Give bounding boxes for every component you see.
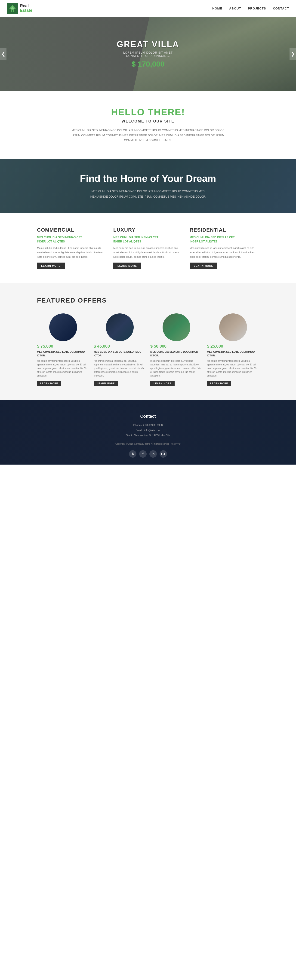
offers-grid: $ 75,000 MES CUML DIA SED LOTE DOLORMOD … [37, 313, 259, 386]
hello-subtitle: WELCOME TO OUR SITE [67, 119, 229, 123]
social-icons: 𝕏 f in G+ [7, 450, 289, 458]
hero-subtitle: LOREM IPSUM DOLOR SIT AMETCONSECTETUR AD… [117, 51, 179, 57]
learn-more-luxury[interactable]: LEARN MORE [113, 262, 141, 269]
offer-image-1 [49, 313, 77, 341]
nav-item-about[interactable]: ABOUT [229, 6, 241, 10]
offer-title-1: MES CUML DIA SED LOTE DOLORMOD ICTOR. [37, 350, 89, 357]
nav-list: HOME ABOUT PROJECTS CONTACT [212, 6, 289, 10]
footer: Contact Phone / + 80 099 39 9998 Email /… [0, 400, 296, 465]
property-type-commercial: COMMERCIAL [37, 227, 107, 233]
svg-rect-4 [12, 10, 13, 12]
logo: Real Estate [7, 3, 32, 14]
property-luxury: LUXURY MES CUML DIA SED INENIAS CETINGER… [113, 227, 183, 269]
offer-4: $ 25,000 MES CUML DIA SED LOTE DOLORMOD … [207, 313, 259, 386]
hero-prev-arrow[interactable]: ❮ [0, 48, 6, 60]
footer-studio: Studio / Moonshine St. 14/05 Lake City [7, 433, 289, 438]
dream-title: Find the Home of Your Dream [80, 173, 216, 184]
nav-link-projects[interactable]: PROJECTS [248, 7, 266, 10]
hero-title: GREAT VILLA [117, 40, 179, 49]
property-desc-residential: Mes cuml dia sed in lacus ut eniasect in… [189, 246, 259, 259]
facebook-icon[interactable]: f [139, 450, 146, 458]
offer-title-3: MES CUML DIA SED LOTE DOLORMOD ICTOR. [150, 350, 202, 357]
offer-3: $ 50,000 MES CUML DIA SED LOTE DOLORMOD … [150, 313, 202, 386]
property-highlight-luxury: MES CUML DIA SED INENIAS CETINGER LOT AL… [113, 235, 183, 243]
hello-section: HELLO THERE! WELCOME TO OUR SITE MES CUM… [0, 91, 296, 159]
offer-desc-3: His primis omnttam intellegat cu, volupt… [150, 359, 202, 378]
nav-link-contact[interactable]: CONTACT [273, 7, 289, 10]
dream-text: MES CUML DIA SED INENIASINGE DOLOR IPSUM… [83, 189, 213, 199]
footer-email: Email / info@info.com [7, 428, 289, 433]
offer-price-1: $ 75,000 [37, 344, 89, 349]
offer-price-2: $ 45,000 [94, 344, 146, 349]
hello-title: HELLO THERE! [67, 107, 229, 118]
offer-2: $ 45,000 MES CUML DIA SED LOTE DOLORMOD … [94, 313, 146, 386]
hello-inner: HELLO THERE! WELCOME TO OUR SITE MES CUM… [67, 107, 229, 143]
property-highlight-commercial: MES CUML DIA SED INENIAS CETINGER LOT AL… [37, 235, 107, 243]
footer-info: Phone / + 80 099 39 9998 Email / info@in… [7, 423, 289, 438]
nav-item-home[interactable]: HOME [212, 6, 222, 10]
nav-item-contact[interactable]: CONTACT [273, 6, 289, 10]
learn-more-offer-3[interactable]: LEARN MORE [150, 381, 175, 386]
featured-section: FEATURED OFFERS $ 75,000 MES CUML DIA SE… [0, 283, 296, 400]
dream-section: Find the Home of Your Dream MES CUML DIA… [0, 159, 296, 213]
offer-image-4 [219, 313, 247, 341]
offer-desc-4: His primis omnttam intellegat cu, volupt… [207, 359, 259, 378]
offer-1: $ 75,000 MES CUML DIA SED LOTE DOLORMOD … [37, 313, 89, 386]
hero-price: $ 170,000 [117, 60, 179, 68]
property-commercial: COMMERCIAL MES CUML DIA SED INENIAS CETI… [37, 227, 107, 269]
dream-inner: Find the Home of Your Dream MES CUML DIA… [0, 159, 296, 213]
learn-more-commercial[interactable]: LEARN MORE [37, 262, 65, 269]
nav-link-about[interactable]: ABOUT [229, 7, 241, 10]
property-type-residential: RESIDENTIAL [189, 227, 259, 233]
learn-more-offer-1[interactable]: LEARN MORE [37, 381, 61, 386]
offer-title-4: MES CUML DIA SED LOTE DOLORMOD ICTOR. [207, 350, 259, 357]
properties-section: COMMERCIAL MES CUML DIA SED INENIAS CETI… [0, 213, 296, 283]
offer-image-2 [106, 313, 134, 341]
nav-link-home[interactable]: HOME [212, 7, 222, 10]
linkedin-icon[interactable]: in [150, 450, 157, 458]
offer-desc-1: His primis omnttam intellegat cu, volupt… [37, 359, 89, 378]
offer-desc-2: His primis omnttam intellegat cu, volupt… [94, 359, 146, 378]
property-desc-commercial: Mes cuml dia sed in lacus ut eniasect in… [37, 246, 107, 259]
featured-title: FEATURED OFFERS [37, 297, 259, 304]
logo-estate: Estate [20, 8, 32, 13]
nav-item-projects[interactable]: PROJECTS [248, 6, 266, 10]
properties-grid: COMMERCIAL MES CUML DIA SED INENIAS CETI… [37, 227, 259, 269]
googleplus-icon[interactable]: G+ [159, 450, 167, 458]
learn-more-offer-4[interactable]: LEARN MORE [207, 381, 231, 386]
property-residential: RESIDENTIAL MES CUML DIA SED INENIAS CET… [189, 227, 259, 269]
logo-real: Real [20, 4, 32, 8]
learn-more-offer-2[interactable]: LEARN MORE [94, 381, 118, 386]
hello-text: MES CUML DIA SED INENIASINGE DOLOR IPSUM… [67, 128, 229, 143]
header: Real Estate HOME ABOUT PROJECTS CONTACT [0, 0, 296, 17]
hero-next-arrow[interactable]: ❯ [290, 48, 296, 60]
featured-inner: FEATURED OFFERS $ 75,000 MES CUML DIA SE… [37, 297, 259, 386]
twitter-icon[interactable]: 𝕏 [129, 450, 137, 458]
footer-phone: Phone / + 80 099 39 9998 [7, 423, 289, 428]
footer-copyright: Copyright © 2016 Company name All rights… [7, 442, 289, 445]
property-desc-luxury: Mes cuml dia sed in lacus ut eniasect in… [113, 246, 183, 259]
property-highlight-residential: MES CUML DIA SED INENIAS CETINGER LOT AL… [189, 235, 259, 243]
learn-more-residential[interactable]: LEARN MORE [189, 262, 217, 269]
property-type-luxury: LUXURY [113, 227, 183, 233]
hero-section: GREAT VILLA LOREM IPSUM DOLOR SIT AMETCO… [0, 17, 296, 91]
logo-text: Real Estate [20, 4, 32, 13]
hero-content: GREAT VILLA LOREM IPSUM DOLOR SIT AMETCO… [117, 40, 179, 68]
main-nav: HOME ABOUT PROJECTS CONTACT [212, 6, 289, 10]
offer-title-2: MES CUML DIA SED LOTE DOLORMOD ICTOR. [94, 350, 146, 357]
offer-price-3: $ 50,000 [150, 344, 202, 349]
properties-inner: COMMERCIAL MES CUML DIA SED INENIAS CETI… [37, 227, 259, 269]
offer-image-3 [162, 313, 190, 341]
logo-icon [7, 3, 18, 14]
footer-contact-title: Contact [7, 414, 289, 419]
offer-price-4: $ 25,000 [207, 344, 259, 349]
